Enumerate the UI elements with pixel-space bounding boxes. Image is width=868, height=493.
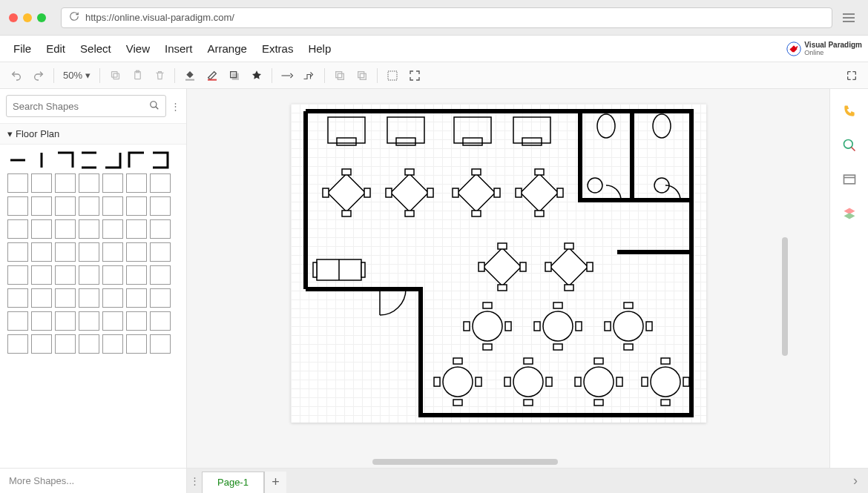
- shape-item[interactable]: [126, 173, 147, 193]
- canvas-area[interactable]: [187, 89, 829, 468]
- undo-button[interactable]: [6, 65, 27, 86]
- expand-panel-button[interactable]: ›: [843, 469, 868, 493]
- menu-help[interactable]: Help: [300, 38, 338, 59]
- shape-item[interactable]: [102, 150, 123, 170]
- menu-select[interactable]: Select: [73, 38, 119, 59]
- shape-item[interactable]: [126, 288, 147, 308]
- shape-item[interactable]: [102, 265, 123, 285]
- waypoint-button[interactable]: [299, 65, 320, 86]
- vertical-scrollbar[interactable]: [782, 237, 788, 356]
- shape-item[interactable]: [7, 334, 28, 354]
- shape-item[interactable]: [31, 173, 52, 193]
- shape-item[interactable]: [150, 334, 171, 354]
- to-front-button[interactable]: [329, 65, 350, 86]
- shape-item[interactable]: [7, 173, 28, 193]
- shape-item[interactable]: [102, 311, 123, 331]
- shape-item[interactable]: [126, 334, 147, 354]
- shape-item[interactable]: [126, 219, 147, 239]
- shape-item[interactable]: [102, 242, 123, 262]
- shape-item[interactable]: [79, 242, 99, 262]
- shape-item[interactable]: [7, 196, 28, 216]
- shape-item[interactable]: [102, 219, 123, 239]
- menu-view[interactable]: View: [119, 38, 157, 59]
- search-shapes-box[interactable]: [6, 95, 166, 117]
- search-input[interactable]: [13, 101, 149, 112]
- select-area-button[interactable]: [382, 65, 403, 86]
- delete-button[interactable]: [149, 65, 170, 86]
- shape-item[interactable]: [55, 334, 76, 354]
- search-panel-button[interactable]: [841, 136, 858, 154]
- shape-item[interactable]: [31, 311, 52, 331]
- menu-file[interactable]: File: [6, 38, 39, 59]
- shape-item[interactable]: [79, 288, 99, 308]
- shape-item[interactable]: [7, 150, 28, 170]
- to-back-button[interactable]: [352, 65, 372, 86]
- fullscreen-button[interactable]: [841, 65, 862, 86]
- more-icon[interactable]: ⋮: [171, 101, 180, 112]
- horizontal-scrollbar[interactable]: [372, 459, 558, 465]
- shape-item[interactable]: [79, 196, 99, 216]
- url-bar[interactable]: https://online.visual-paradigm.com/: [61, 7, 832, 28]
- shape-item[interactable]: [150, 242, 171, 262]
- shape-item[interactable]: [31, 265, 52, 285]
- add-page-button[interactable]: +: [264, 472, 286, 493]
- shape-item[interactable]: [150, 196, 171, 216]
- shape-item[interactable]: [79, 173, 99, 193]
- shape-item[interactable]: [31, 334, 52, 354]
- zoom-dropdown[interactable]: 50% ▾: [59, 70, 95, 81]
- paste-button[interactable]: [127, 65, 148, 86]
- more-shapes-link[interactable]: More Shapes...: [9, 475, 74, 486]
- shadow-button[interactable]: [224, 65, 245, 86]
- style-button[interactable]: [246, 65, 267, 86]
- shape-item[interactable]: [102, 196, 123, 216]
- shape-item[interactable]: [55, 219, 76, 239]
- window-close-button[interactable]: [9, 13, 18, 22]
- shape-item[interactable]: [150, 219, 171, 239]
- shape-item[interactable]: [126, 242, 147, 262]
- window-minimize-button[interactable]: [23, 13, 32, 22]
- shape-item[interactable]: [150, 311, 171, 331]
- menu-arrange[interactable]: Arrange: [200, 38, 254, 59]
- connection-button[interactable]: [277, 65, 297, 86]
- shape-item[interactable]: [102, 173, 123, 193]
- browser-menu-button[interactable]: [838, 7, 859, 28]
- shape-item[interactable]: [55, 196, 76, 216]
- shape-item[interactable]: [55, 150, 76, 170]
- palette-header-floorplan[interactable]: ▾ Floor Plan: [0, 123, 186, 145]
- line-color-button[interactable]: [202, 65, 223, 86]
- shape-item[interactable]: [55, 265, 76, 285]
- shape-item[interactable]: [55, 311, 76, 331]
- page-tab-1[interactable]: Page-1: [202, 472, 264, 493]
- shape-item[interactable]: [79, 219, 99, 239]
- shape-item[interactable]: [55, 288, 76, 308]
- shape-item[interactable]: [55, 242, 76, 262]
- menu-insert[interactable]: Insert: [157, 38, 200, 59]
- tab-menu-button[interactable]: ⋮: [187, 469, 202, 493]
- shape-item[interactable]: [150, 265, 171, 285]
- shape-item[interactable]: [7, 219, 28, 239]
- window-maximize-button[interactable]: [37, 13, 46, 22]
- shape-item[interactable]: [150, 173, 171, 193]
- shape-item[interactable]: [31, 219, 52, 239]
- fill-color-button[interactable]: [180, 65, 200, 86]
- shape-item[interactable]: [102, 334, 123, 354]
- shape-item[interactable]: [7, 242, 28, 262]
- menu-extras[interactable]: Extras: [254, 38, 301, 59]
- reload-icon[interactable]: [69, 11, 79, 24]
- shape-item[interactable]: [7, 311, 28, 331]
- shape-item[interactable]: [126, 311, 147, 331]
- copy-button[interactable]: [105, 65, 125, 86]
- shape-item[interactable]: [31, 196, 52, 216]
- shape-item[interactable]: [31, 242, 52, 262]
- format-panel-button[interactable]: [841, 102, 858, 120]
- shape-item[interactable]: [79, 311, 99, 331]
- shape-item[interactable]: [150, 288, 171, 308]
- shape-item[interactable]: [150, 150, 171, 170]
- fit-page-button[interactable]: [404, 65, 425, 86]
- redo-button[interactable]: [28, 65, 49, 86]
- shape-item[interactable]: [79, 150, 99, 170]
- shape-item[interactable]: [126, 150, 147, 170]
- shape-item[interactable]: [79, 334, 99, 354]
- shape-item[interactable]: [102, 288, 123, 308]
- shape-item[interactable]: [31, 150, 52, 170]
